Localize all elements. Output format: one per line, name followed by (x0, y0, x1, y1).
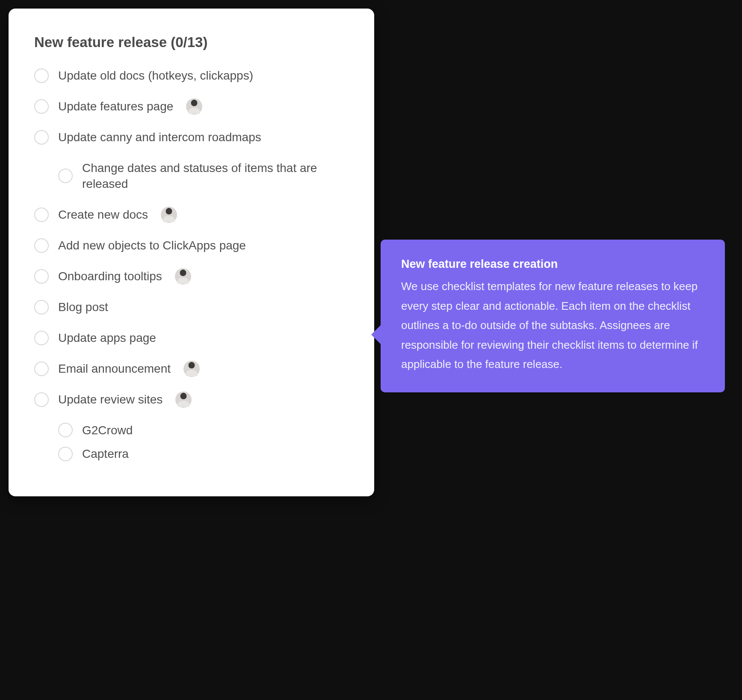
checklist-item[interactable]: Update features page (34, 98, 349, 115)
checklist-card: New feature release (0/13) Update old do… (9, 9, 374, 496)
checkbox-circle[interactable] (34, 300, 49, 314)
checklist-item-label: Update old docs (hotkeys, clickapps) (58, 68, 253, 84)
info-tooltip: New feature release creation We use chec… (381, 240, 725, 392)
checklist-item[interactable]: Onboarding tooltips (34, 268, 349, 285)
assignee-avatar[interactable] (161, 207, 177, 223)
checkbox-circle[interactable] (34, 362, 49, 376)
checklist-item-label: Update review sites (58, 392, 163, 408)
checkbox-circle[interactable] (34, 99, 49, 114)
checkbox-circle[interactable] (34, 331, 49, 345)
checkbox-circle[interactable] (34, 130, 49, 145)
checkbox-circle[interactable] (34, 208, 49, 222)
sub-checklist-item-label: G2Crowd (82, 422, 133, 439)
checklist-item[interactable]: Create new docs (34, 207, 349, 223)
checklist: Update old docs (hotkeys, clickapps)Upda… (34, 68, 349, 462)
checklist-item[interactable]: Update old docs (hotkeys, clickapps) (34, 68, 349, 84)
checklist-item-label: Update canny and intercom roadmaps (58, 129, 261, 145)
checklist-item[interactable]: Update apps page (34, 330, 349, 346)
tooltip-body: We use checklist templates for new featu… (401, 277, 704, 374)
checklist-item-label: Onboarding tooltips (58, 268, 162, 285)
checklist-item-label: Update features page (58, 98, 173, 115)
checkbox-circle[interactable] (34, 238, 49, 253)
assignee-avatar[interactable] (186, 98, 202, 115)
sub-checklist: Change dates and statuses of items that … (58, 160, 349, 193)
assignee-avatar[interactable] (175, 392, 192, 408)
assignee-avatar[interactable] (175, 268, 191, 285)
sub-checklist-item[interactable]: G2Crowd (58, 422, 349, 439)
checkbox-circle[interactable] (58, 169, 73, 183)
checkbox-circle[interactable] (34, 68, 49, 83)
checklist-item[interactable]: Add new objects to ClickApps page (34, 237, 349, 254)
checklist-item-label: Add new objects to ClickApps page (58, 237, 246, 254)
checklist-item[interactable]: Update review sites (34, 392, 349, 408)
checklist-item[interactable]: Email announcement (34, 361, 349, 377)
sub-checklist-item[interactable]: Change dates and statuses of items that … (58, 160, 349, 193)
checkbox-circle[interactable] (58, 447, 73, 461)
sub-checklist-item-label: Capterra (82, 446, 129, 462)
assignee-avatar[interactable] (183, 361, 200, 377)
checklist-item-label: Update apps page (58, 330, 156, 346)
sub-checklist-item-label: Change dates and statuses of items that … (82, 160, 349, 193)
sub-checklist: G2CrowdCapterra (58, 422, 349, 463)
checklist-item[interactable]: Update canny and intercom roadmaps (34, 129, 349, 145)
sub-checklist-item[interactable]: Capterra (58, 446, 349, 462)
checklist-item-label: Create new docs (58, 207, 148, 223)
checklist-title: New feature release (0/13) (34, 34, 349, 50)
checklist-item-label: Blog post (58, 299, 108, 315)
tooltip-title: New feature release creation (401, 258, 704, 271)
checklist-item-label: Email announcement (58, 361, 171, 377)
checklist-item[interactable]: Blog post (34, 299, 349, 315)
checkbox-circle[interactable] (34, 392, 49, 407)
checkbox-circle[interactable] (58, 423, 73, 437)
checkbox-circle[interactable] (34, 269, 49, 284)
